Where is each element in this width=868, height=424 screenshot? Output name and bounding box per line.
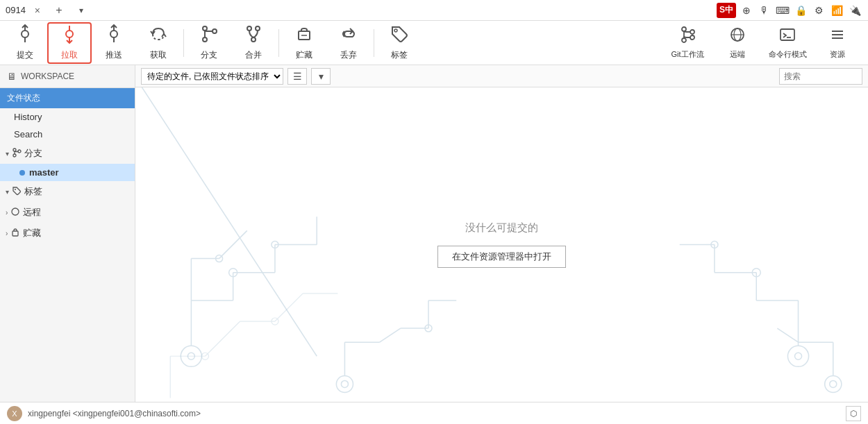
svg-point-9 — [203, 26, 207, 31]
svg-point-81 — [201, 353, 208, 359]
search-input[interactable] — [784, 71, 853, 81]
stash-expand-arrow: › — [6, 230, 8, 237]
svg-line-54 — [135, 87, 317, 356]
workspace-header: 🖥 WORKSPACE — [0, 65, 135, 88]
toolbar-right: Git工作流 远端 命令行模式 — [665, 24, 865, 62]
tag-button[interactable]: 标签 — [377, 22, 422, 64]
svg-line-59 — [380, 328, 401, 342]
pull-label: 拉取 — [61, 49, 78, 61]
svg-point-40 — [187, 353, 194, 359]
commit-label: 提交 — [17, 49, 33, 61]
svg-point-19 — [682, 27, 686, 31]
tag-expand-arrow: ▾ — [6, 188, 9, 196]
svg-point-55 — [336, 375, 353, 392]
footer: X xingpengfei <xingpengfei001@chinasofti… — [0, 402, 868, 424]
svg-point-32 — [13, 149, 16, 151]
svg-rect-38 — [12, 231, 18, 236]
svg-point-47 — [272, 241, 278, 248]
svg-point-14 — [256, 26, 260, 31]
tag-label: 标签 — [391, 49, 408, 61]
tag-icon — [390, 24, 409, 46]
remote-group[interactable]: › 远程 — [0, 202, 135, 223]
svg-point-11 — [212, 29, 217, 33]
close-button[interactable]: × — [31, 4, 44, 17]
remote-label: 远端 — [730, 49, 745, 60]
list-view-button[interactable]: ☰ — [287, 68, 307, 85]
lock-icon[interactable]: 🔒 — [793, 3, 808, 18]
input-method-icon[interactable]: ⊕ — [739, 3, 754, 18]
svg-line-53 — [219, 230, 247, 258]
toolbar-sep-2 — [278, 29, 279, 57]
remote-button[interactable]: 远端 — [715, 24, 760, 62]
settings-icon[interactable]: ⚙ — [811, 3, 826, 18]
svg-point-20 — [682, 38, 686, 42]
add-tab-button[interactable]: + — [52, 3, 66, 17]
stash-button[interactable]: 贮藏 — [282, 22, 326, 64]
svg-point-36 — [15, 189, 16, 190]
svg-point-33 — [13, 154, 16, 157]
fetch-label: 获取 — [150, 49, 167, 61]
terminal-label: 命令行模式 — [769, 49, 807, 60]
svg-line-82 — [205, 321, 240, 356]
toolbar-sep-1 — [183, 29, 184, 57]
remote-expand-arrow: › — [6, 209, 8, 217]
network-icon[interactable]: 📶 — [829, 3, 844, 18]
svg-point-65 — [795, 353, 802, 359]
tag-group-label: 标签 — [24, 185, 42, 198]
tag-group[interactable]: ▾ 标签 — [0, 181, 135, 202]
user-display: xingpengfei <xingpengfei001@chinasofti.c… — [28, 409, 201, 418]
resource-button[interactable]: 资源 — [815, 24, 860, 62]
svg-point-61 — [425, 325, 432, 332]
title-bar: 0914 × + ▾ S中 ⊕ 🎙 ⌨ 🔒 ⚙ 📶 🔌 — [0, 0, 868, 21]
svg-point-75 — [830, 380, 837, 387]
empty-state-message: 没什么可提交的 — [465, 221, 538, 235]
svg-line-85 — [275, 294, 303, 321]
tab-name: 0914 — [6, 5, 26, 15]
svg-point-74 — [825, 375, 842, 392]
history-item[interactable]: History — [0, 108, 135, 126]
sort-select[interactable]: 待定的文件, 已依照文件状态排序 — [141, 68, 283, 85]
merge-label: 合并 — [245, 49, 262, 61]
push-label: 推送 — [106, 49, 122, 61]
stash-group-icon — [10, 228, 20, 239]
svg-point-44 — [229, 269, 237, 277]
merge-icon — [244, 24, 263, 46]
svg-point-22 — [690, 35, 694, 40]
discard-button[interactable]: 丢弃 — [326, 22, 371, 64]
terminal-icon — [778, 26, 796, 47]
open-explorer-button[interactable]: 在文件资源管理器中打开 — [437, 246, 566, 268]
push-button[interactable]: 推送 — [92, 22, 136, 64]
svg-point-84 — [272, 318, 278, 325]
pull-button[interactable]: 拉取 — [47, 22, 92, 64]
git-workflow-icon — [678, 26, 696, 47]
main-layout: 🖥 WORKSPACE 文件状态 History Search ▾ — [0, 65, 868, 402]
expand-button[interactable]: ⬡ — [846, 406, 861, 421]
branch-group[interactable]: ▾ 分支 — [0, 143, 135, 164]
commit-button[interactable]: 提交 — [3, 22, 47, 64]
discard-label: 丢弃 — [340, 49, 357, 61]
resource-label: 资源 — [830, 49, 845, 60]
branch-expand-arrow: ▾ — [6, 150, 9, 158]
branch-icon — [199, 24, 219, 46]
content-toolbar: 待定的文件, 已依照文件状态排序 ☰ ▾ — [135, 65, 868, 87]
microphone-icon[interactable]: 🎙 — [757, 3, 772, 18]
keyboard-icon[interactable]: ⌨ — [775, 3, 790, 18]
file-status-item[interactable]: 文件状态 — [0, 88, 135, 108]
git-workflow-button[interactable]: Git工作流 — [665, 24, 710, 62]
monitor-icon: 🖥 — [7, 71, 17, 82]
master-label: master — [29, 167, 59, 178]
fetch-button[interactable]: 获取 — [136, 22, 181, 64]
search-item[interactable]: Search — [0, 126, 135, 143]
remote-group-icon — [10, 207, 20, 219]
branch-button[interactable]: 分支 — [187, 22, 231, 64]
branch-label: 分支 — [201, 49, 217, 61]
master-branch-item[interactable]: master — [0, 164, 135, 181]
stash-group[interactable]: › 贮藏 — [0, 223, 135, 244]
power-icon[interactable]: 🔌 — [847, 3, 862, 18]
terminal-button[interactable]: 命令行模式 — [765, 24, 810, 62]
merge-button[interactable]: 合并 — [231, 22, 276, 64]
tab-dropdown-button[interactable]: ▾ — [74, 3, 88, 17]
resource-icon — [828, 26, 846, 47]
svg-point-6 — [110, 31, 117, 37]
view-dropdown-button[interactable]: ▾ — [311, 68, 331, 85]
